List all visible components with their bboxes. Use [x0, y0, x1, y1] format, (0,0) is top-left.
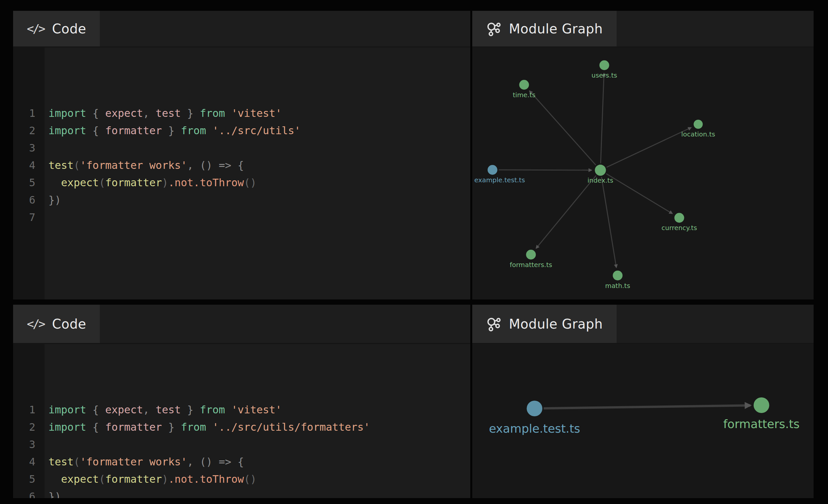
code-line: 3: [13, 436, 470, 453]
panel-header: Module Graph: [472, 11, 814, 47]
panel-header: Module Graph: [472, 305, 814, 344]
code-line-content: }): [44, 192, 61, 209]
line-number: 2: [13, 419, 44, 436]
code-line-content: [44, 139, 48, 157]
graph-edge: [544, 406, 750, 409]
line-number: 3: [13, 139, 44, 157]
page-root: </> Code 1import { expect, test } from '…: [13, 11, 814, 498]
tab-label: Module Graph: [509, 317, 603, 332]
line-number: 6: [13, 488, 44, 498]
code-panel-bottom: </> Code 1import { expect, test } from '…: [13, 305, 470, 498]
tab-code[interactable]: </> Code: [13, 11, 100, 46]
code-line-content: import { formatter } from '../src/utils': [44, 122, 301, 139]
graph-node-label: location.ts: [681, 131, 715, 138]
line-number: 5: [13, 174, 44, 192]
module-graph-canvas[interactable]: users.tstime.tslocation.tsexample.test.t…: [472, 47, 814, 299]
line-number: 2: [13, 122, 44, 139]
module-graph-panel-top: Module Graph users.tstime.tslocation.tse…: [472, 11, 814, 299]
module-graph-icon: [486, 21, 501, 36]
code-line: 5 expect(formatter).not.toThrow(): [13, 174, 470, 192]
tab-label: Code: [52, 317, 86, 332]
graph-node-label: users.ts: [591, 72, 617, 79]
line-number: 1: [13, 105, 44, 122]
code-editor[interactable]: 1import { expect, test } from 'vitest'2i…: [13, 47, 470, 299]
code-line-content: import { formatter } from '../src/utils/…: [44, 419, 370, 436]
graph_bottom-svg: example.test.tsformatters.ts: [472, 344, 814, 498]
graph-edge: [536, 175, 596, 248]
code-line: 2import { formatter } from '../src/utils…: [13, 122, 470, 139]
module-graph-canvas[interactable]: example.test.tsformatters.ts: [472, 344, 814, 498]
code-line: 4test('formatter works', () => {: [13, 157, 470, 174]
code-line: 3: [13, 139, 470, 157]
line-number: 1: [13, 401, 44, 419]
line-number: 4: [13, 157, 44, 174]
code-editor[interactable]: 1import { expect, test } from 'vitest'2i…: [13, 344, 470, 498]
graph-node-time.ts[interactable]: [519, 80, 529, 90]
graph-edge: [601, 73, 604, 163]
graph-node-formatters.ts[interactable]: [526, 250, 536, 259]
tab-module-graph[interactable]: Module Graph: [472, 11, 617, 46]
graph-node-users.ts[interactable]: [599, 60, 609, 70]
line-number: 6: [13, 192, 44, 209]
code-line-content: [44, 209, 48, 226]
graph-node-index.ts[interactable]: [595, 165, 606, 176]
graph-node-example.test.ts[interactable]: [488, 165, 497, 175]
code-icon: </>: [27, 22, 44, 35]
code-line: 6}): [13, 192, 470, 209]
code-panel-top: </> Code 1import { expect, test } from '…: [13, 11, 470, 299]
graph-edge: [607, 128, 691, 167]
graph-node-label: time.ts: [513, 91, 535, 99]
line-number: 3: [13, 436, 44, 453]
graph-node-example.test.ts[interactable]: [527, 401, 542, 416]
tab-label: Module Graph: [509, 21, 603, 36]
graph-node-location.ts[interactable]: [694, 120, 703, 129]
graph-node-math.ts[interactable]: [613, 271, 622, 281]
tab-code[interactable]: </> Code: [13, 305, 100, 343]
graph-node-label: math.ts: [605, 282, 630, 290]
graph-node-label: formatters.ts: [723, 417, 799, 431]
code-line-content: expect(formatter).not.toThrow(): [44, 471, 257, 488]
panel-header: </> Code: [13, 11, 470, 47]
code-line-content: expect(formatter).not.toThrow(): [44, 174, 257, 192]
code-line: 2import { formatter } from '../src/utils…: [13, 419, 470, 436]
code-icon: </>: [27, 317, 44, 331]
code-line-content: test('formatter works', () => {: [44, 453, 244, 471]
graph-node-label: formatters.ts: [510, 261, 552, 269]
graph-edge: [602, 177, 616, 268]
module-graph-icon: [486, 317, 501, 332]
code-line-content: }): [44, 488, 61, 498]
graph-node-formatters.ts[interactable]: [754, 397, 770, 413]
code-line-content: test('formatter works', () => {: [44, 157, 244, 174]
line-number: 4: [13, 453, 44, 471]
tab-module-graph[interactable]: Module Graph: [472, 305, 617, 343]
graph-node-currency.ts[interactable]: [674, 213, 684, 223]
module-graph-panel-bottom: Module Graph example.test.tsformatters.t…: [472, 305, 814, 498]
code-line: 4test('formatter works', () => {: [13, 453, 470, 471]
code-line: 5 expect(formatter).not.toThrow(): [13, 471, 470, 488]
code-line: 1import { expect, test } from 'vitest': [13, 105, 470, 122]
graph-edge: [530, 91, 596, 165]
code-line-content: import { expect, test } from 'vitest': [44, 105, 282, 122]
code-line: 1import { expect, test } from 'vitest': [13, 401, 470, 419]
code-line: 7: [13, 209, 470, 226]
graph_top-svg: users.tstime.tslocation.tsexample.test.t…: [472, 47, 814, 299]
graph-node-label: index.ts: [587, 177, 613, 184]
graph-edge: [606, 174, 672, 214]
graph-node-label: example.test.ts: [489, 422, 580, 435]
code-line-content: import { expect, test } from 'vitest': [44, 401, 282, 419]
code-line-content: [44, 436, 48, 453]
code-line: 6}): [13, 488, 470, 498]
line-number: 5: [13, 471, 44, 488]
graph-node-label: currency.ts: [661, 224, 697, 232]
graph-node-label: example.test.ts: [474, 176, 525, 184]
line-number: 7: [13, 209, 44, 226]
tab-label: Code: [52, 21, 86, 36]
panel-header: </> Code: [13, 305, 470, 344]
